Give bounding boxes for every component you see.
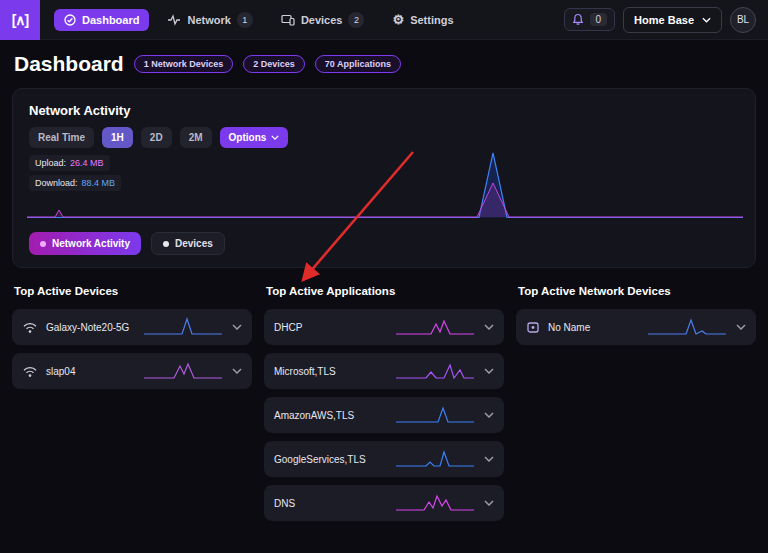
column-title: Top Active Applications bbox=[266, 285, 504, 297]
page-header: Dashboard 1 Network Devices 2 Devices 70… bbox=[14, 52, 401, 76]
navbar: [∧] Dashboard Network 1 Devices 2 ⚙ bbox=[0, 0, 768, 40]
device-row[interactable]: Galaxy-Note20-5G bbox=[12, 309, 252, 345]
application-name: DHCP bbox=[274, 322, 302, 333]
time-range-buttons: Real Time 1H 2D 2M Options bbox=[29, 127, 288, 148]
application-row[interactable]: Microsoft,TLS bbox=[264, 353, 504, 389]
time-button-2m[interactable]: 2M bbox=[180, 127, 212, 148]
options-button[interactable]: Options bbox=[220, 127, 289, 148]
chevron-down-icon[interactable] bbox=[484, 368, 494, 374]
options-label: Options bbox=[229, 132, 267, 143]
legend-dot bbox=[163, 241, 169, 247]
legend-dot bbox=[40, 241, 46, 247]
devices-count-badge: 2 bbox=[348, 12, 364, 28]
app-logo[interactable]: [∧] bbox=[0, 0, 40, 40]
legend-network-activity[interactable]: Network Activity bbox=[29, 232, 141, 255]
logo-glyph: [∧] bbox=[12, 12, 29, 28]
nav-label: Dashboard bbox=[82, 14, 139, 26]
avatar-initials: BL bbox=[737, 14, 749, 25]
chevron-down-icon[interactable] bbox=[736, 324, 746, 330]
card-title: Network Activity bbox=[29, 103, 130, 118]
devices-icon bbox=[281, 14, 295, 26]
nav-label: Devices bbox=[301, 14, 343, 26]
sparkline bbox=[648, 316, 726, 338]
notifications-button[interactable]: 0 bbox=[564, 8, 616, 31]
application-row[interactable]: DHCP bbox=[264, 309, 504, 345]
network-device-row[interactable]: No Name bbox=[516, 309, 756, 345]
pill-applications[interactable]: 70 Applications bbox=[315, 55, 401, 73]
chevron-down-icon bbox=[271, 135, 279, 140]
upload-label: Upload: bbox=[35, 158, 66, 168]
wifi-icon bbox=[22, 321, 38, 334]
site-selector-button[interactable]: Home Base bbox=[623, 7, 722, 33]
application-row[interactable]: GoogleServices,TLS bbox=[264, 441, 504, 477]
time-button-2d[interactable]: 2D bbox=[141, 127, 172, 148]
application-row[interactable]: AmazonAWS,TLS bbox=[264, 397, 504, 433]
navbar-right: 0 Home Base BL bbox=[564, 7, 756, 33]
time-button-realtime[interactable]: Real Time bbox=[29, 127, 94, 148]
chevron-down-icon[interactable] bbox=[484, 324, 494, 330]
chevron-down-icon[interactable] bbox=[232, 324, 242, 330]
page-title: Dashboard bbox=[14, 52, 124, 76]
sparkline bbox=[144, 316, 222, 338]
application-name: Microsoft,TLS bbox=[274, 366, 336, 377]
legend-label: Network Activity bbox=[52, 238, 130, 249]
nav-items: Dashboard Network 1 Devices 2 ⚙ Settings bbox=[54, 7, 464, 33]
device-row[interactable]: slap04 bbox=[12, 353, 252, 389]
nav-item-dashboard[interactable]: Dashboard bbox=[54, 9, 149, 31]
nav-label: Network bbox=[187, 14, 230, 26]
application-name: GoogleServices,TLS bbox=[274, 454, 366, 465]
application-row[interactable]: DNS bbox=[264, 485, 504, 521]
legend-label: Devices bbox=[175, 238, 213, 249]
time-button-1h[interactable]: 1H bbox=[102, 127, 133, 148]
wifi-icon bbox=[22, 365, 38, 378]
network-activity-icon bbox=[167, 14, 181, 26]
router-icon bbox=[526, 320, 540, 334]
download-value: 88.4 MB bbox=[82, 178, 116, 188]
upload-value: 26.4 MB bbox=[70, 158, 104, 168]
nav-item-settings[interactable]: ⚙ Settings bbox=[382, 8, 463, 31]
notifications-count: 0 bbox=[590, 13, 608, 26]
chevron-down-icon bbox=[702, 17, 711, 23]
nav-item-network[interactable]: Network 1 bbox=[157, 7, 262, 33]
site-selector-label: Home Base bbox=[634, 14, 694, 26]
legend-devices[interactable]: Devices bbox=[151, 232, 225, 255]
application-name: AmazonAWS,TLS bbox=[274, 410, 354, 421]
network-activity-card: Network Activity Real Time 1H 2D 2M Opti… bbox=[12, 88, 756, 268]
chevron-down-icon[interactable] bbox=[232, 368, 242, 374]
sparkline bbox=[396, 316, 474, 338]
bell-icon bbox=[572, 13, 584, 26]
sparkline bbox=[396, 404, 474, 426]
network-device-name: No Name bbox=[548, 322, 590, 333]
application-name: DNS bbox=[274, 498, 295, 509]
chevron-down-icon[interactable] bbox=[484, 500, 494, 506]
check-circle-icon bbox=[64, 14, 76, 26]
sparkline bbox=[144, 360, 222, 382]
nav-label: Settings bbox=[410, 14, 453, 26]
chevron-down-icon[interactable] bbox=[484, 456, 494, 462]
series-legend: Network Activity Devices bbox=[29, 232, 225, 255]
pill-devices[interactable]: 2 Devices bbox=[243, 55, 305, 73]
sparkline bbox=[396, 360, 474, 382]
device-name: slap04 bbox=[46, 366, 75, 377]
gear-icon: ⚙ bbox=[392, 13, 404, 26]
network-activity-chart bbox=[27, 147, 743, 227]
download-stat: Download: 88.4 MB bbox=[29, 175, 121, 191]
column-title: Top Active Network Devices bbox=[518, 285, 756, 297]
column-title: Top Active Devices bbox=[14, 285, 252, 297]
sparkline bbox=[396, 492, 474, 514]
chevron-down-icon[interactable] bbox=[484, 412, 494, 418]
io-legend: Upload: 26.4 MB Download: 88.4 MB bbox=[29, 155, 121, 191]
column-top-active-network-devices: Top Active Network Devices No Name bbox=[516, 285, 756, 529]
network-count-badge: 1 bbox=[237, 12, 253, 28]
download-label: Download: bbox=[35, 178, 78, 188]
pill-network-devices[interactable]: 1 Network Devices bbox=[134, 55, 234, 73]
sparkline bbox=[396, 448, 474, 470]
column-top-active-applications: Top Active Applications DHCP Microsoft,T… bbox=[264, 285, 504, 529]
nav-item-devices[interactable]: Devices 2 bbox=[271, 7, 375, 33]
device-name: Galaxy-Note20-5G bbox=[46, 322, 129, 333]
user-avatar[interactable]: BL bbox=[730, 7, 756, 33]
column-top-active-devices: Top Active Devices Galaxy-Note20-5G bbox=[12, 285, 252, 529]
top-active-columns: Top Active Devices Galaxy-Note20-5G bbox=[12, 285, 756, 529]
download-series-path bbox=[27, 153, 743, 218]
upload-stat: Upload: 26.4 MB bbox=[29, 155, 110, 171]
